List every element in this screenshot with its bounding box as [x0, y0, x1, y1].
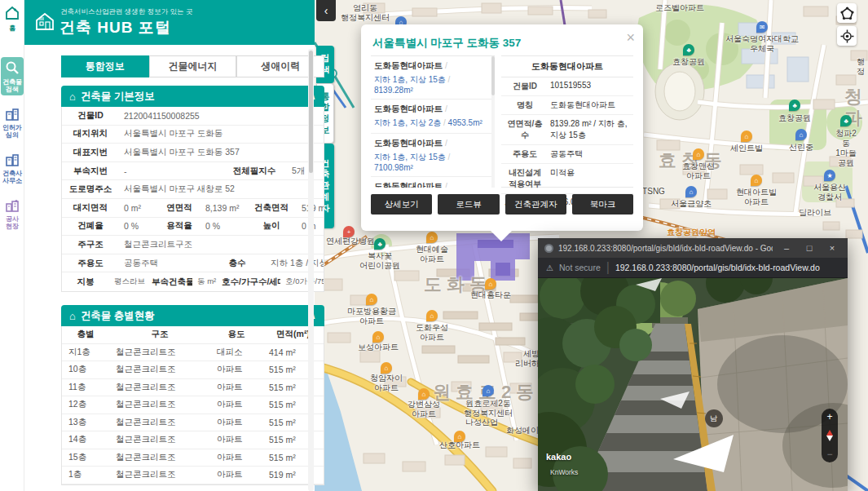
- table-row: 지붕평스라브부속건축물동 m²호수/가구수/세대수호/0가구/75세대: [62, 272, 324, 291]
- field-label: 용적율: [158, 219, 200, 233]
- panel-scrollbar[interactable]: [308, 49, 314, 491]
- building-list-item[interactable]: 도화동현대아파트 / 지하 1층, 지상 15층 / 8139.28m²: [371, 56, 495, 100]
- field-value: 지하 1층 / 지상 15층: [266, 256, 324, 271]
- table-row: 12층철근콘크리트조아파트515 m²: [62, 396, 324, 414]
- warning-icon: ⚠: [546, 263, 553, 272]
- divider: |: [606, 260, 610, 275]
- roadview-button[interactable]: 로드뷰: [438, 194, 499, 215]
- nav-construction-site[interactable]: 공사 현장: [1, 199, 24, 230]
- panel-scrollbar-thumb[interactable]: [309, 51, 313, 173]
- section-floor-status-header[interactable]: ⌂ 건축물 층별현황 ∧: [61, 305, 324, 326]
- school-icon: ⌂: [795, 129, 807, 140]
- map-label: TSNG: [642, 187, 665, 197]
- map-label: 원효로제2동 행정복지센터: [464, 399, 513, 418]
- related-persons-button[interactable]: 건축관계자: [505, 194, 566, 215]
- separator: /: [443, 118, 446, 127]
- building-area: 7100.98m²: [374, 163, 413, 172]
- table-row: 주용도공동주택층수지하 1층 / 지상 15층: [62, 254, 324, 273]
- url-text: 192.168.0.233:8080/portal/gis/bld/idx-bl…: [615, 263, 820, 272]
- field-value: 2120041150008255: [119, 109, 324, 122]
- floor-status-table: 층별 구조 용도 면적(m²) 지1층철근콘크리트조대피소414 m² 10층철…: [61, 326, 324, 485]
- tab-integrated-info[interactable]: 통합정보: [61, 55, 149, 77]
- field-label: 부속건축물: [147, 275, 192, 290]
- table-row: 명칭도화동현대아파트: [501, 96, 633, 115]
- section-basic-info-header[interactable]: ⌂ 건축물 기본정보 ∧: [61, 86, 324, 107]
- roadview-window[interactable]: 192.168.0.233:8080/portal/gis/bld/idx-bl…: [538, 238, 848, 491]
- field-value: 공동주택: [119, 256, 209, 271]
- direction-badge-label: 남: [710, 414, 717, 424]
- current-location-button[interactable]: [837, 26, 857, 46]
- zoom-out-button[interactable]: −: [826, 449, 832, 459]
- window-minimize-button[interactable]: –: [778, 243, 795, 253]
- tab-building-energy[interactable]: 건물에너지: [149, 55, 237, 77]
- field-label: 대지위치: [62, 126, 119, 141]
- apartment-icon: ⌂: [741, 130, 752, 142]
- window-close-button[interactable]: ×: [823, 243, 841, 253]
- list-scrollbar[interactable]: [491, 56, 495, 188]
- window-title: 192.168.0.233:8080/portal/gis/bld/idx-bl…: [558, 244, 773, 253]
- table-row: 15층철근콘크리트조아파트515 m²: [62, 449, 324, 467]
- table-row: 연면적/층수8139.28 m² / 지하 층, 지상 15층: [501, 115, 633, 145]
- nav-home[interactable]: 홈: [1, 5, 24, 32]
- map-label: 효창공원: [778, 113, 811, 123]
- table-row: 건물ID2120041150008255: [62, 107, 324, 126]
- nav-rail: 홈 건축물 검색 인허가 심의 건축사 사무소: [0, 0, 24, 491]
- building-list-item[interactable]: 도화동현대아파트 / 지하 1층, 지상 2층 / 490m²: [371, 177, 495, 188]
- field-value: 5개: [287, 164, 324, 179]
- field-value: 서울특별시 마포구 새창로 52: [119, 182, 324, 197]
- window-maximize-button[interactable]: □: [800, 243, 818, 253]
- roadview-viewport[interactable]: 남 kakao KnWorks + −: [538, 278, 848, 491]
- building-floors: 지하 1층, 지상 15층: [374, 153, 446, 161]
- table-row: 주구조철근콘크리트구조: [62, 236, 324, 254]
- police-icon: ★: [824, 170, 835, 181]
- detail-view-button[interactable]: 상세보기: [371, 194, 432, 215]
- home-icon: [4, 5, 20, 21]
- popup-close-icon[interactable]: ×: [626, 29, 635, 46]
- building-list-item[interactable]: 도화동현대아파트 / 지하 1층, 지상 2층 / 4953.5m²: [371, 100, 495, 134]
- map-label: 서울용산 경찰서: [813, 183, 846, 202]
- apartment-icon: ⌂: [372, 331, 384, 343]
- table-row: 내진설계 적용여부미적용: [501, 164, 633, 194]
- compass-icon[interactable]: [825, 430, 835, 441]
- map-label: 청파2동 1마을공원: [835, 129, 857, 168]
- field-label: 대지면적: [62, 201, 119, 215]
- bookmark-button[interactable]: 북마크: [572, 194, 633, 215]
- table-row: 11층철근콘크리트조아파트515 m²: [62, 379, 324, 397]
- panel-collapse-button[interactable]: ‹: [316, 0, 336, 21]
- building-name: 도화동현대아파트: [374, 181, 443, 188]
- field-value: 8,139 m²: [200, 201, 246, 215]
- field-label: 건폐율: [62, 219, 119, 233]
- field-label: 층수: [209, 256, 266, 271]
- list-scrollbar-thumb[interactable]: [491, 56, 495, 95]
- building-list[interactable]: 도화동현대아파트 / 지하 1층, 지상 15층 / 8139.28m² 도화동…: [371, 55, 495, 188]
- search-icon: [5, 60, 20, 75]
- field-label: 호수/가구수/세대수: [217, 275, 280, 290]
- post-office-icon: ✉: [756, 21, 768, 33]
- app-root: 염리동 행정복지센터 로즈벨아파트 서울숙명여자대학교 우체국 효창공원 효창공…: [0, 0, 868, 491]
- section-floor-status-title: 건축물 층별현황: [81, 309, 155, 323]
- apartment-icon: ⌂: [381, 362, 392, 374]
- building-list-item[interactable]: 도화동현대아파트 / 지하 1층, 지상 15층 / 7100.98m²: [371, 134, 495, 177]
- field-value: 동 m²: [192, 275, 217, 289]
- school-icon: ⌂: [685, 186, 697, 197]
- nav-permit-review-label: 인허가 심의: [1, 124, 24, 139]
- building-info-popup: × 서울특별시 마포구 도화동 357 도화동현대아파트 / 지하 1층, 지상…: [361, 24, 643, 231]
- window-titlebar[interactable]: 192.168.0.233:8080/portal/gis/bld/idx-bl…: [538, 238, 848, 258]
- col-header: 면적(m²): [262, 329, 324, 340]
- pentagon-icon: [840, 7, 854, 20]
- separator: /: [448, 75, 451, 84]
- separator: /: [445, 104, 447, 113]
- logo-house-icon: [34, 11, 55, 32]
- nav-permit-review[interactable]: 인허가 심의: [1, 108, 24, 139]
- zoom-in-button[interactable]: +: [826, 412, 832, 422]
- address-bar[interactable]: ⚠ Not secure | 192.168.0.233:8080/portal…: [538, 258, 848, 278]
- table-row: 대표지번서울특별시 마포구 도화동 357: [62, 144, 324, 162]
- nav-architect-office[interactable]: 건축사 사무소: [1, 153, 24, 184]
- building-icon: [5, 153, 20, 166]
- construction-site-icon: [5, 199, 20, 212]
- apartment-icon: ⌂: [418, 388, 430, 400]
- not-secure-label: Not secure: [559, 263, 601, 272]
- polygon-measure-button[interactable]: [837, 3, 857, 23]
- roadview-photo: [538, 278, 848, 491]
- nav-building-search[interactable]: 건축물 검색: [1, 57, 24, 95]
